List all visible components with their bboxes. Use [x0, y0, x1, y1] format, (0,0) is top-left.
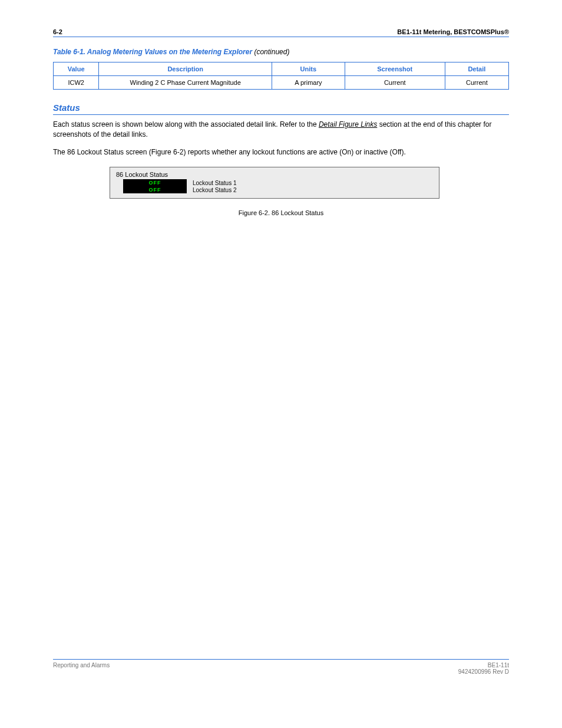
footer-row: Reporting and Alarms BE1-11t 9424200996 … [53, 660, 509, 675]
cell-value: ICW2 [54, 76, 99, 90]
lockout-row-2: OFF Lockout Status 2 [123, 186, 434, 193]
footer-right-line2: 9424200996 Rev D [458, 668, 509, 675]
cell-screenshot: Current [345, 76, 445, 90]
footer-left: Reporting and Alarms [53, 662, 110, 675]
status-intro: Each status screen is shown below along … [53, 120, 509, 140]
status-heading: Status [53, 103, 509, 115]
page-content: 6-2 BE1-11t Metering, BESTCOMSPlus® Tabl… [0, 0, 562, 251]
page-number: 6-2 [53, 28, 62, 35]
page-title: BE1-11t Metering, BESTCOMSPlus® [397, 28, 509, 35]
intro-before: Each status screen is shown below along … [53, 120, 319, 129]
lockout-panel-title: 86 Lockout Status [115, 171, 434, 178]
table-continued-caption: Table 6-1. Analog Metering Values on the… [53, 48, 509, 56]
cell-detail: Current [445, 76, 508, 90]
footer-right: BE1-11t 9424200996 Rev D [458, 662, 509, 675]
lockout-inner: 86 Lockout Status OFF Lockout Status 1 O… [111, 169, 438, 197]
cell-description: Winding 2 C Phase Current Magnitude [99, 76, 272, 90]
status-para2: The 86 Lockout Status screen (Figure 6-2… [53, 147, 509, 157]
page-header: 6-2 BE1-11t Metering, BESTCOMSPlus® [53, 28, 509, 35]
page-footer: Reporting and Alarms BE1-11t 9424200996 … [53, 652, 509, 675]
table-header-row: Value Description Units Screenshot Detai… [54, 62, 509, 76]
col-screenshot: Screenshot [345, 62, 445, 76]
col-units: Units [272, 62, 345, 76]
cell-units: A primary [272, 76, 345, 90]
table-row: ICW2 Winding 2 C Phase Current Magnitude… [54, 76, 509, 90]
lockout-status-2-value: OFF [123, 186, 187, 193]
footer-right-line1: BE1-11t [458, 662, 509, 668]
figure-caption: Figure 6-2. 86 Lockout Status [53, 209, 509, 216]
analog-metering-table: Value Description Units Screenshot Detai… [53, 62, 509, 90]
lockout-status-1-label: Lockout Status 1 [193, 180, 237, 186]
lockout-status-2-label: Lockout Status 2 [193, 187, 237, 193]
lockout-status-1-value: OFF [123, 179, 187, 186]
header-rule [53, 37, 509, 37]
col-description: Description [99, 62, 272, 76]
table-number: Table 6-1. [53, 48, 87, 56]
lockout-row-1: OFF Lockout Status 1 [123, 179, 434, 186]
table-label: Analog Metering Values on the Metering E… [87, 48, 254, 56]
lockout-status-panel: 86 Lockout Status OFF Lockout Status 1 O… [110, 167, 439, 199]
continued-suffix: (continued) [254, 48, 289, 56]
status-heading-text: Status [53, 103, 80, 113]
detail-figure-links[interactable]: Detail Figure Links [319, 120, 377, 129]
col-value: Value [54, 62, 99, 76]
col-detail: Detail [445, 62, 508, 76]
